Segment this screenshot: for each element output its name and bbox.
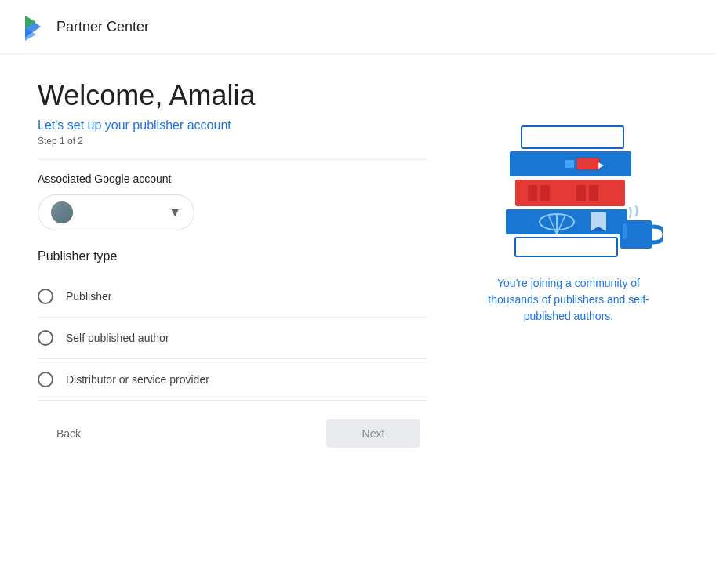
button-row: Back Next [38,419,420,448]
avatar-image [51,201,73,223]
section-divider [38,159,427,160]
illustration-caption: You're joining a community of thousands … [482,275,655,325]
account-section-label: Associated Google account [38,172,427,185]
svg-rect-12 [589,185,598,201]
back-button[interactable]: Back [38,419,100,448]
publisher-type-label: Publisher type [38,249,427,263]
radio-label-self-published: Self published author [66,332,169,344]
svg-rect-20 [515,238,617,256]
radio-circle-distributor [38,372,53,387]
svg-rect-10 [540,185,550,201]
avatar [51,201,73,223]
right-panel: You're joining a community of thousands … [459,79,678,448]
app-title: Partner Center [56,19,149,35]
radio-circle-self-published [38,330,53,346]
svg-rect-5 [576,158,600,170]
radio-option-self-published[interactable]: Self published author [38,318,427,359]
setup-subtitle: Let's set up your publisher account [38,118,427,132]
welcome-heading: Welcome, Amalia [38,79,427,112]
svg-rect-13 [506,209,627,234]
svg-rect-22 [623,223,627,239]
svg-rect-11 [576,185,586,201]
step-info: Step 1 of 2 [38,136,427,147]
radio-label-distributor: Distributor or service provider [66,373,209,386]
radio-circle-publisher [38,289,53,304]
partner-center-logo-icon [19,13,47,41]
svg-rect-3 [522,126,623,148]
svg-rect-9 [528,185,537,201]
app-header: Partner Center [0,0,716,54]
radio-option-distributor[interactable]: Distributor or service provider [38,359,427,401]
next-button[interactable]: Next [326,419,420,448]
svg-rect-6 [565,160,574,168]
main-container: Welcome, Amalia Let's set up your publis… [0,54,716,473]
radio-option-publisher[interactable]: Publisher [38,276,427,318]
left-panel: Welcome, Amalia Let's set up your publis… [38,79,427,448]
radio-label-publisher: Publisher [66,290,111,303]
chevron-down-icon: ▼ [169,205,181,220]
account-dropdown[interactable]: ▼ [38,194,194,230]
books-illustration [474,111,663,275]
